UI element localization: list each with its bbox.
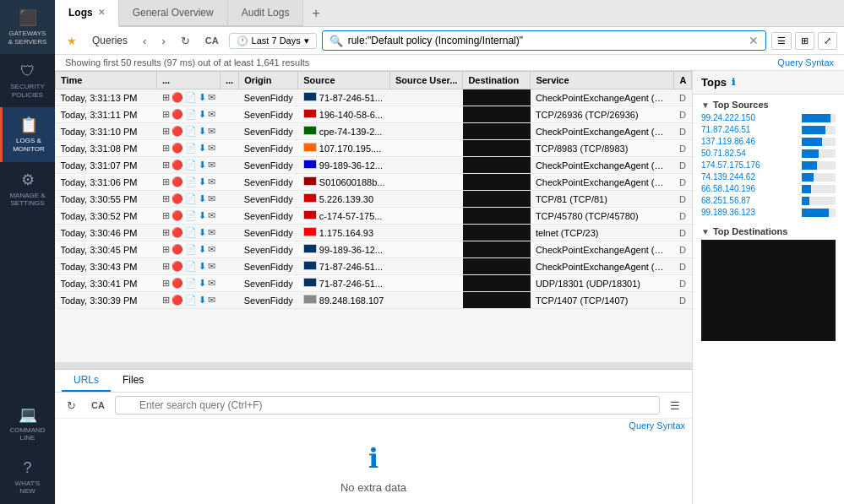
download-icon[interactable]: ⬇ [199,278,206,289]
grid-icon[interactable]: ⊞ [162,143,170,154]
search-input[interactable] [348,35,743,46]
tops-source-label[interactable]: 99.24.222.150 [701,113,797,122]
envelope-icon[interactable]: ✉ [208,109,215,120]
tab-general[interactable]: General Overview [119,0,228,27]
tops-source-label[interactable]: 66.58.140.196 [701,184,797,193]
tab-audit[interactable]: Audit Logs [228,0,304,27]
bottom-case-button[interactable]: CA [86,398,110,413]
grid-icon[interactable]: ⊞ [162,278,170,289]
download-icon[interactable]: ⬇ [199,210,206,221]
table-row[interactable]: Today, 3:31:10 PM ⊞ 🔴 📄 ⬇ ✉ SevenFiddy c… [56,123,692,140]
envelope-icon[interactable]: ✉ [208,244,215,255]
nav-back-button[interactable]: ‹ [138,32,151,50]
envelope-icon[interactable]: ✉ [208,295,215,306]
grid-icon[interactable]: ⊞ [162,92,170,103]
grid-icon[interactable]: ⊞ [162,210,170,221]
col-time[interactable]: Time [56,72,157,89]
table-row[interactable]: Today, 3:31:06 PM ⊞ 🔴 📄 ⬇ ✉ SevenFiddy S… [56,174,692,191]
grid-icon[interactable]: ⊞ [162,109,170,120]
sidebar-item-manage[interactable]: ⚙ MANAGE &SETTINGS [0,162,55,216]
doc-icon[interactable]: 📄 [185,126,197,137]
tab-logs[interactable]: Logs ✕ [55,0,119,27]
doc-icon[interactable]: 📄 [185,176,197,187]
bottom-query-syntax[interactable]: Query Syntax [55,419,692,432]
download-icon[interactable]: ⬇ [199,109,206,120]
col-dots2[interactable]: ... [221,72,239,89]
download-icon[interactable]: ⬇ [199,261,206,272]
tops-source-label[interactable]: 137.119.86.46 [701,137,797,146]
grid-icon[interactable]: ⊞ [162,261,170,272]
sources-collapse-arrow[interactable]: ▼ [701,100,710,110]
envelope-icon[interactable]: ✉ [208,227,215,238]
tops-source-label[interactable]: 68.251.56.87 [701,196,797,205]
download-icon[interactable]: ⬇ [199,92,206,103]
table-row[interactable]: Today, 3:30:39 PM ⊞ 🔴 📄 ⬇ ✉ SevenFiddy 8… [56,292,692,309]
envelope-icon[interactable]: ✉ [208,278,215,289]
download-icon[interactable]: ⬇ [199,126,206,137]
envelope-icon[interactable]: ✉ [208,261,215,272]
download-icon[interactable]: ⬇ [199,160,206,171]
sidebar-item-security[interactable]: 🛡 SECURITYPOLICIES [0,54,55,107]
table-row[interactable]: Today, 3:30:52 PM ⊞ 🔴 📄 ⬇ ✉ SevenFiddy c… [56,208,692,225]
refresh-button[interactable]: ↻ [176,32,195,50]
tops-info-icon[interactable]: ℹ [732,77,735,88]
grid-icon[interactable]: ⊞ [162,244,170,255]
table-row[interactable]: Today, 3:30:55 PM ⊞ 🔴 📄 ⬇ ✉ SevenFiddy 5… [56,191,692,208]
case-sensitive-button[interactable]: CA [200,33,224,48]
grid-icon[interactable]: ⊞ [162,176,170,187]
doc-icon[interactable]: 📄 [185,143,197,154]
col-dots1[interactable]: ... [157,72,221,89]
table-row[interactable]: Today, 3:31:11 PM ⊞ 🔴 📄 ⬇ ✉ SevenFiddy 1… [56,106,692,123]
col-source-user[interactable]: Source User... [390,72,463,89]
query-syntax-link[interactable]: Query Syntax [777,57,834,68]
table-row[interactable]: Today, 3:31:13 PM ⊞ 🔴 📄 ⬇ ✉ SevenFiddy 7… [56,89,692,106]
col-destination[interactable]: Destination [463,72,531,89]
envelope-icon[interactable]: ✉ [208,193,215,204]
tops-source-label[interactable]: 99.189.36.123 [701,208,797,217]
tops-source-label[interactable]: 174.57.175.176 [701,160,797,170]
envelope-icon[interactable]: ✉ [208,160,215,171]
download-icon[interactable]: ⬇ [199,295,206,306]
table-row[interactable]: Today, 3:30:45 PM ⊞ 🔴 📄 ⬇ ✉ SevenFiddy 9… [56,241,692,258]
col-action[interactable]: A [674,72,692,89]
bottom-menu-button[interactable]: ☰ [665,397,685,415]
envelope-icon[interactable]: ✉ [208,126,215,137]
table-row[interactable]: Today, 3:30:46 PM ⊞ 🔴 📄 ⬇ ✉ SevenFiddy 1… [56,225,692,241]
download-icon[interactable]: ⬇ [199,227,206,238]
queries-button[interactable]: Queries [87,32,133,49]
tab-logs-close[interactable]: ✕ [98,8,105,17]
doc-icon[interactable]: 📄 [185,160,197,171]
tops-source-label[interactable]: 74.139.244.62 [701,172,797,182]
grid-icon[interactable]: ⊞ [162,126,170,137]
envelope-icon[interactable]: ✉ [208,210,215,221]
sidebar-item-cmdline[interactable]: 💻 COMMANDLINE [0,397,55,451]
log-table-wrapper[interactable]: Time ... ... Origin Source Source User..… [55,71,692,362]
envelope-icon[interactable]: ✉ [208,92,215,103]
tab-add-button[interactable]: + [303,3,328,24]
doc-icon[interactable]: 📄 [185,261,197,272]
download-icon[interactable]: ⬇ [199,176,206,187]
col-service[interactable]: Service [531,72,674,89]
tops-source-label[interactable]: 71.87.246.51 [701,125,797,134]
download-icon[interactable]: ⬇ [199,193,206,204]
bottom-refresh-button[interactable]: ↻ [62,397,81,415]
doc-icon[interactable]: 📄 [185,227,197,238]
sidebar-item-whatsnew[interactable]: ? WHAT'SNEW [0,451,55,504]
grid-icon[interactable]: ⊞ [162,227,170,238]
col-origin[interactable]: Origin [239,72,298,89]
doc-icon[interactable]: 📄 [185,278,197,289]
sidebar-item-gateways[interactable]: ⬛ GATEWAYS& SERVERS [0,0,55,54]
grid-view-button[interactable]: ⊞ [795,32,814,50]
grid-icon[interactable]: ⊞ [162,193,170,204]
col-source[interactable]: Source [298,72,390,89]
grid-icon[interactable]: ⊞ [162,160,170,171]
table-row[interactable]: Today, 3:30:43 PM ⊞ 🔴 📄 ⬇ ✉ SevenFiddy 7… [56,258,692,275]
doc-icon[interactable]: 📄 [185,109,197,120]
doc-icon[interactable]: 📄 [185,295,197,306]
doc-icon[interactable]: 📄 [185,244,197,255]
horizontal-scrollbar[interactable] [55,362,692,369]
doc-icon[interactable]: 📄 [185,210,197,221]
doc-icon[interactable]: 📄 [185,193,197,204]
envelope-icon[interactable]: ✉ [208,143,215,154]
table-row[interactable]: Today, 3:31:08 PM ⊞ 🔴 📄 ⬇ ✉ SevenFiddy 1… [56,140,692,157]
